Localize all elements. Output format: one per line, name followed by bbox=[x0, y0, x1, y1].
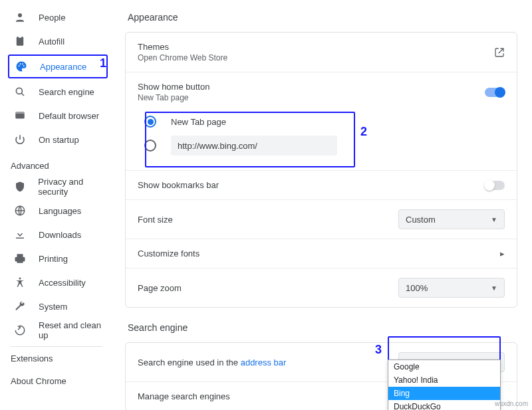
chevron-down-icon: ▼ bbox=[491, 284, 497, 292]
search-icon bbox=[13, 85, 27, 98]
settings-sidebar: People Autofill Appearance Search engine… bbox=[0, 0, 113, 410]
restore-icon bbox=[13, 324, 27, 337]
dropdown-option-duckduckgo[interactable]: DuckDuckGo bbox=[388, 400, 500, 410]
sidebar-item-label: Reset and clean up bbox=[39, 320, 113, 340]
globe-icon bbox=[13, 204, 27, 217]
radio-icon[interactable] bbox=[144, 140, 156, 152]
clipboard-icon bbox=[13, 35, 27, 48]
address-bar-link[interactable]: address bar bbox=[241, 358, 287, 367]
printer-icon bbox=[13, 252, 27, 265]
home-option-newtab[interactable]: New Tab page bbox=[144, 112, 505, 132]
sidebar-item-system[interactable]: System bbox=[0, 294, 113, 318]
sidebar-item-people[interactable]: People bbox=[0, 5, 113, 29]
sidebar-item-label: Autofill bbox=[39, 37, 65, 47]
dropdown-option-google[interactable]: Google bbox=[388, 360, 500, 373]
browser-icon bbox=[13, 109, 27, 122]
page-zoom-row: Page zoom 100% ▼ bbox=[126, 268, 517, 307]
svg-point-2 bbox=[20, 63, 21, 64]
sidebar-item-languages[interactable]: Languages bbox=[0, 199, 113, 223]
font-size-select[interactable]: Custom ▼ bbox=[398, 209, 505, 229]
sidebar-advanced-label[interactable]: Advanced bbox=[0, 152, 113, 175]
sidebar-item-on-startup[interactable]: On startup bbox=[0, 128, 113, 152]
font-size-value: Custom bbox=[406, 215, 436, 225]
search-engine-section-title: Search engine bbox=[128, 322, 517, 333]
open-external-icon bbox=[494, 47, 505, 58]
power-icon bbox=[13, 133, 27, 146]
sidebar-about-chrome[interactable]: About Chrome bbox=[0, 369, 113, 392]
radio-icon[interactable] bbox=[144, 116, 156, 128]
accessibility-icon bbox=[13, 276, 27, 289]
show-bookmarks-label: Show bookmarks bar bbox=[138, 180, 485, 190]
sidebar-item-label: Accessibility bbox=[39, 278, 86, 288]
watermark: wsxdn.com bbox=[495, 400, 528, 407]
svg-point-4 bbox=[23, 65, 25, 66]
show-home-button-row: Show home button New Tab page bbox=[126, 72, 517, 105]
sidebar-item-label: On startup bbox=[39, 135, 79, 145]
sidebar-extensions[interactable]: Extensions bbox=[0, 347, 113, 369]
search-engine-dropdown[interactable]: Google Yahoo! India Bing DuckDuckGo bbox=[388, 359, 501, 410]
palette-icon bbox=[15, 60, 28, 73]
sidebar-item-label: Default browser bbox=[39, 111, 99, 121]
sidebar-item-accessibility[interactable]: Accessibility bbox=[0, 270, 113, 294]
themes-row[interactable]: Themes Open Chrome Web Store bbox=[126, 33, 517, 72]
sidebar-item-label: Printing bbox=[39, 254, 68, 264]
customize-fonts-row[interactable]: Customize fonts ▸ bbox=[126, 239, 517, 268]
sidebar-item-label: System bbox=[39, 302, 67, 312]
show-bookmarks-toggle[interactable] bbox=[485, 181, 505, 190]
sidebar-item-downloads[interactable]: Downloads bbox=[0, 223, 113, 247]
home-url-input[interactable] bbox=[171, 136, 337, 155]
sidebar-item-label: Downloads bbox=[39, 230, 81, 240]
show-bookmarks-row: Show bookmarks bar bbox=[126, 170, 517, 199]
home-option-custom-url[interactable] bbox=[144, 132, 505, 159]
sidebar-item-privacy[interactable]: Privacy and security bbox=[0, 175, 113, 199]
search-engine-label: Search engine used in the address bar bbox=[138, 358, 398, 367]
sidebar-item-label: Privacy and security bbox=[38, 177, 113, 197]
dropdown-option-bing[interactable]: Bing bbox=[388, 387, 500, 400]
show-home-button-sub: New Tab page bbox=[138, 93, 485, 102]
page-zoom-value: 100% bbox=[406, 283, 428, 293]
sidebar-item-autofill[interactable]: Autofill bbox=[0, 29, 113, 53]
dropdown-option-yahoo[interactable]: Yahoo! India bbox=[388, 373, 500, 387]
sidebar-item-appearance[interactable]: Appearance bbox=[8, 54, 108, 78]
appearance-card: Themes Open Chrome Web Store Show home b… bbox=[125, 32, 517, 308]
settings-main: Appearance Themes Open Chrome Web Store … bbox=[113, 0, 532, 410]
page-zoom-label: Page zoom bbox=[138, 283, 398, 293]
sidebar-item-label: People bbox=[39, 13, 65, 23]
show-home-button-title: Show home button bbox=[138, 82, 485, 92]
svg-rect-8 bbox=[15, 112, 25, 114]
svg-point-3 bbox=[22, 63, 23, 64]
sidebar-item-label: Search engine bbox=[39, 87, 94, 97]
chevron-right-icon: ▸ bbox=[493, 249, 505, 258]
svg-rect-10 bbox=[16, 238, 24, 239]
themes-sub: Open Chrome Web Store bbox=[138, 53, 494, 62]
shield-icon bbox=[13, 180, 26, 193]
sidebar-item-search-engine[interactable]: Search engine bbox=[0, 80, 113, 104]
sidebar-item-label: Languages bbox=[39, 206, 81, 216]
home-button-options: New Tab page bbox=[126, 105, 517, 170]
page-zoom-select[interactable]: 100% ▼ bbox=[398, 278, 505, 298]
font-size-label: Font size bbox=[138, 215, 398, 225]
sidebar-item-label: Appearance bbox=[40, 62, 86, 72]
themes-title: Themes bbox=[138, 42, 494, 52]
appearance-section-title: Appearance bbox=[128, 12, 517, 23]
sidebar-item-printing[interactable]: Printing bbox=[0, 247, 113, 270]
svg-line-6 bbox=[21, 93, 24, 96]
font-size-row: Font size Custom ▼ bbox=[126, 199, 517, 239]
show-home-button-toggle[interactable] bbox=[485, 88, 505, 97]
sidebar-item-default-browser[interactable]: Default browser bbox=[0, 104, 113, 128]
download-icon bbox=[13, 228, 27, 241]
wrench-icon bbox=[13, 300, 27, 313]
home-option-newtab-label: New Tab page bbox=[171, 117, 226, 127]
customize-fonts-label: Customize fonts bbox=[138, 249, 493, 258]
sidebar-item-reset[interactable]: Reset and clean up bbox=[0, 318, 113, 342]
person-icon bbox=[13, 11, 27, 24]
svg-point-5 bbox=[16, 88, 22, 94]
chevron-down-icon: ▼ bbox=[491, 216, 497, 223]
svg-point-1 bbox=[19, 65, 20, 66]
svg-point-0 bbox=[18, 13, 22, 17]
svg-point-11 bbox=[19, 278, 21, 280]
